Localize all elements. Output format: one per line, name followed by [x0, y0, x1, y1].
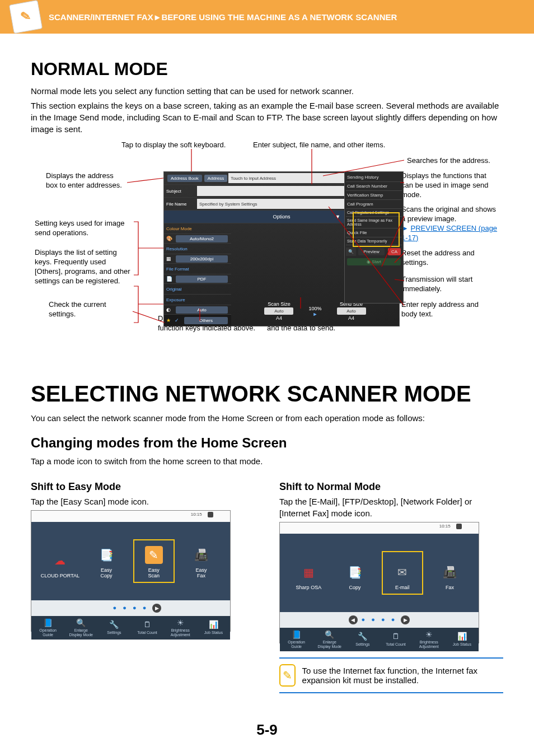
- start-button[interactable]: ◉ Start: [347, 258, 401, 265]
- original-label: Original: [166, 287, 197, 292]
- address-tab[interactable]: Address: [204, 175, 227, 182]
- page-next-icon-2[interactable]: ▶: [401, 615, 410, 624]
- page-header: ✎ SCANNER/INTERNET FAX►BEFORE USING THE …: [0, 0, 534, 34]
- tile-easy-fax[interactable]: 📠Easy Fax: [182, 540, 221, 582]
- page-next-icon[interactable]: ▶: [152, 604, 161, 613]
- note-text: To use the Internet fax function, the In…: [302, 666, 503, 685]
- clock-time: 10:15: [191, 512, 202, 517]
- easy-mode-heading: Shift to Easy Mode: [31, 481, 240, 493]
- send-size-auto[interactable]: Auto: [337, 307, 366, 315]
- tile-cloud-portal[interactable]: ☁CLOUD PORTAL: [40, 540, 79, 582]
- others-btn[interactable]: Others: [184, 317, 228, 324]
- scan-size-label: Scan Size: [263, 301, 294, 307]
- anno-list-keys: Displays the list of setting keys. Frequ…: [35, 248, 133, 286]
- anno-address-box: Displays the address box to enter addres…: [46, 171, 127, 190]
- resolution-label: Resolution: [166, 246, 197, 251]
- tile-easy-copy[interactable]: 📑Easy Copy: [87, 540, 126, 582]
- home-screen-easy: 10:15 ☁CLOUD PORTAL 📑Easy Copy ✎Easy Sca…: [31, 510, 231, 632]
- colour-mode-label: Colour Mode: [166, 226, 197, 231]
- normal-mode-subp: Tap the [E-Mail], [FTP/Desktop], [Networ…: [279, 496, 503, 519]
- resolution-value[interactable]: 200x200dpi: [176, 255, 228, 263]
- exposure-label: Exposure: [166, 297, 197, 302]
- page-prev-icon[interactable]: ◀: [349, 615, 358, 624]
- bot-brightness-2[interactable]: ☀Brightness Adjustment: [415, 631, 443, 649]
- svg-line-2: [127, 178, 163, 183]
- side-call-search[interactable]: Call Search Number: [346, 182, 402, 191]
- anno-preview: Scans the original and shows a preview i…: [401, 205, 499, 243]
- bot-total-count-2[interactable]: 🗒Total Count: [382, 632, 410, 646]
- fileformat-value[interactable]: PDF: [176, 276, 228, 283]
- bot-total-count[interactable]: 🗒Total Count: [133, 620, 161, 634]
- bot-brightness[interactable]: ☀Brightness Adjustment: [166, 619, 194, 637]
- side-sending-history[interactable]: Sending History: [346, 173, 402, 182]
- fileformat-label: File Format: [166, 267, 197, 272]
- anno-functions: Displays the functions that can be used …: [401, 171, 499, 200]
- scan-size-a4: A4: [263, 315, 294, 321]
- dropdown-icon[interactable]: ▼: [335, 214, 340, 220]
- send-size-a4: A4: [336, 315, 367, 321]
- scanner-icon: ✎: [9, 0, 43, 34]
- changing-modes-heading: Changing modes from the Home Screen: [31, 435, 503, 451]
- easy-mode-p: Tap the [Easy Scan] mode icon.: [31, 496, 240, 507]
- page-number: 5-9: [31, 721, 503, 739]
- anno-reply: Enter reply address and body text.: [401, 300, 491, 319]
- side-verification[interactable]: Verification Stamp: [346, 191, 402, 200]
- anno-search: Searches for the address.: [407, 156, 490, 166]
- tile-copy[interactable]: 📑Copy: [335, 552, 374, 594]
- bot-operation-guide-2[interactable]: 📘Operation Guide: [283, 631, 311, 649]
- bot-enlarge-2[interactable]: 🔍Enlarge Display Mode: [316, 631, 344, 649]
- filename-label: File Name: [166, 202, 197, 207]
- anno-check: Check the current settings.: [49, 300, 133, 319]
- tile-fax[interactable]: 📠Fax: [430, 552, 470, 594]
- anno-preview-text: Scans the original and shows a preview i…: [401, 205, 496, 223]
- home-screen-normal: 10:15 ▦Sharp OSA 📑Copy ✉E-mail 📠Fax ◀ ● …: [279, 522, 479, 643]
- pencil-note-icon: ✎: [279, 664, 296, 687]
- preview-button[interactable]: Preview: [358, 248, 385, 255]
- normal-mode-column: Shift to Normal Mode Tap the [E-Mail], […: [279, 475, 503, 693]
- anno-reset: Reset the address and settings.: [401, 249, 485, 268]
- options-tab[interactable]: Options: [273, 214, 290, 220]
- bot-job-status[interactable]: 📊Job Status: [199, 620, 227, 634]
- selecting-p: You can select the network scanner mode …: [31, 412, 503, 424]
- clock-time-2: 10:15: [439, 524, 451, 529]
- arrow-right-icon: ►: [308, 311, 321, 317]
- normal-mode-diagram: Tap to display the soft keyboard. Enter …: [32, 141, 502, 353]
- selecting-heading: SELECTING NETWORK SCANNER MODE: [31, 381, 503, 407]
- highlight-box-1: [353, 212, 400, 247]
- page-content: NORMAL MODE Normal mode lets you select …: [0, 34, 534, 756]
- anno-start: Transmission will start immediately.: [401, 275, 485, 294]
- subject-label: Subject: [166, 189, 197, 194]
- tile-sharp-osa[interactable]: ▦Sharp OSA: [289, 552, 328, 594]
- caption-keyboard: Tap to display the soft keyboard.: [121, 141, 226, 150]
- normal-mode-subheading: Shift to Normal Mode: [279, 481, 503, 493]
- address-book-btn[interactable]: Address Book: [167, 175, 202, 182]
- side-call-program[interactable]: Call Program: [346, 200, 402, 209]
- tile-easy-scan[interactable]: ✎Easy Scan: [133, 539, 175, 583]
- bot-enlarge[interactable]: 🔍Enlarge Display Mode: [67, 619, 95, 637]
- normal-mode-heading: NORMAL MODE: [31, 59, 503, 80]
- bot-job-status-2[interactable]: 📊Job Status: [448, 632, 476, 646]
- bot-settings[interactable]: 🔧Settings: [100, 620, 128, 634]
- colour-mode-value[interactable]: Auto/Mono2: [176, 235, 228, 242]
- bot-operation-guide[interactable]: 📘Operation Guide: [34, 619, 62, 637]
- preview-icon[interactable]: 🔍: [346, 248, 356, 256]
- breadcrumb: SCANNER/INTERNET FAX►BEFORE USING THE MA…: [49, 12, 397, 22]
- easy-mode-column: Shift to Easy Mode Tap the [Easy Scan] m…: [31, 475, 240, 693]
- changing-modes-p: Tap a mode icon to switch from the home …: [31, 455, 503, 467]
- note-box: ✎ To use the Internet fax function, the …: [279, 657, 503, 693]
- collapse-icon[interactable]: [208, 512, 213, 517]
- tile-email[interactable]: ✉E-mail: [382, 551, 423, 595]
- ca-button[interactable]: CA: [388, 248, 401, 255]
- bot-settings-2[interactable]: 🔧Settings: [349, 632, 377, 646]
- caption-subject: Enter subject, file name, and other item…: [253, 141, 385, 150]
- scan-size-auto[interactable]: Auto: [264, 307, 293, 315]
- exposure-value[interactable]: Auto: [176, 306, 228, 314]
- scale-pct: 100%: [308, 306, 321, 311]
- normal-mode-p1: Normal mode lets you select any function…: [31, 85, 503, 97]
- preview-screen-link[interactable]: PREVIEW SCREEN (page 1-17): [401, 224, 497, 242]
- anno-setting-keys: Setting keys used for image send operati…: [35, 219, 127, 238]
- collapse-icon-2[interactable]: [456, 524, 462, 529]
- normal-mode-p2: This section explains the keys on a base…: [31, 100, 503, 135]
